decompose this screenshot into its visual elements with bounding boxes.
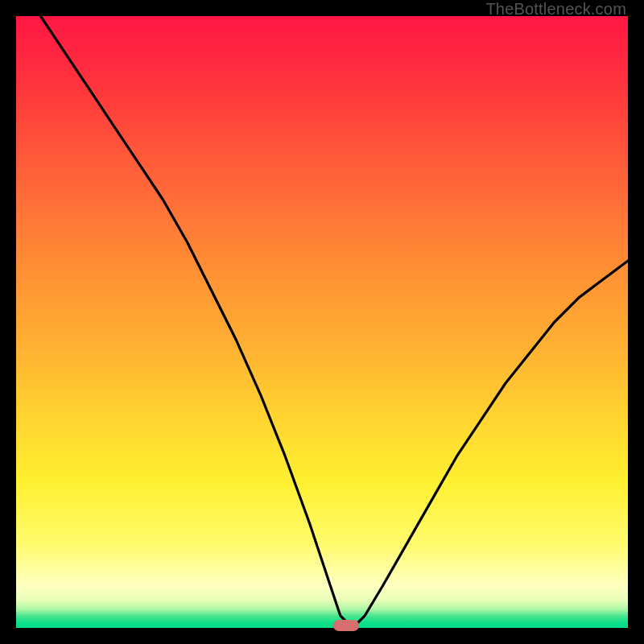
chart-stage: TheBottleneck.com bbox=[0, 0, 644, 644]
watermark-text: TheBottleneck.com bbox=[485, 0, 626, 19]
plot-area bbox=[16, 16, 628, 628]
bottleneck-curve bbox=[40, 16, 628, 628]
bottleneck-marker bbox=[333, 620, 359, 631]
curve-layer bbox=[16, 16, 628, 628]
